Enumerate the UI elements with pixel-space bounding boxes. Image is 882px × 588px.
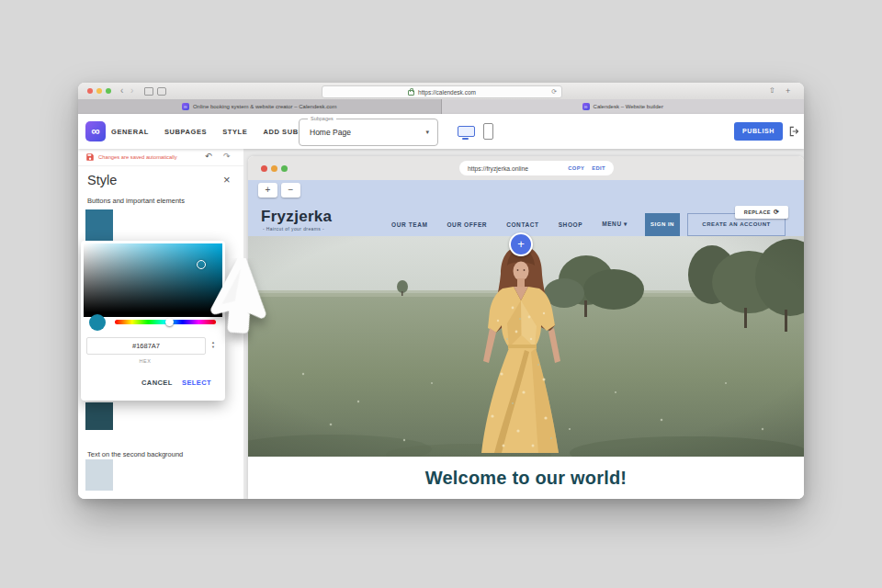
- tab-label: Calendesk – Website builder: [594, 104, 663, 109]
- menu-subpages[interactable]: SUBPAGES: [164, 128, 207, 136]
- replace-button[interactable]: REPLACE ⟳: [735, 206, 788, 219]
- lock-icon: [408, 90, 414, 96]
- tab-calendesk-home[interactable]: ∞ Online booking system & website creato…: [78, 99, 442, 114]
- site-logo[interactable]: Fryzjerka: [261, 208, 332, 226]
- tab-overview-icon[interactable]: [157, 87, 166, 96]
- zoom-out-button[interactable]: −: [281, 183, 300, 198]
- subpages-select[interactable]: Subpages Home Page ▾: [299, 119, 438, 146]
- tab-label: Online booking system & website creator …: [193, 104, 337, 109]
- hex-input[interactable]: #1687A7: [86, 337, 206, 355]
- preview-minimize-dot: [271, 165, 277, 172]
- autosave-bar: Changes are saved automatically ↶ ↷: [78, 149, 243, 166]
- builder-menu: GENERAL SUBPAGES STYLE ADD SUBPAGE: [111, 114, 320, 149]
- hue-slider[interactable]: [115, 320, 216, 324]
- hex-caption: HEX: [86, 358, 204, 364]
- back-icon[interactable]: ‹: [120, 84, 123, 98]
- window-zoom-button[interactable]: [106, 88, 111, 94]
- copy-url-button[interactable]: COPY: [568, 165, 584, 171]
- browser-address-bar[interactable]: https://calendesk.com ⟳: [322, 85, 562, 98]
- primary-color-swatch[interactable]: [85, 209, 113, 243]
- preview-chrome-bar: https://fryzjerka.online COPY EDIT: [248, 156, 804, 180]
- chevron-down-icon: ▾: [425, 119, 429, 145]
- zoom-in-button[interactable]: +: [258, 183, 277, 198]
- cancel-button[interactable]: CANCEL: [141, 379, 173, 387]
- browser-tab-bar: ∞ Online booking system & website creato…: [78, 99, 804, 114]
- close-icon[interactable]: ×: [223, 173, 231, 187]
- site-preview-window: https://fryzjerka.online COPY EDIT + − F…: [248, 156, 804, 499]
- light-color-swatch[interactable]: [85, 459, 113, 491]
- preview-close-dot: [261, 165, 267, 172]
- calendesk-logo: ∞: [85, 121, 106, 141]
- select-button[interactable]: SELECT: [182, 379, 211, 387]
- preview-zoom-dot: [281, 165, 288, 172]
- window-close-button[interactable]: [87, 88, 93, 94]
- panel-title: Style: [87, 173, 117, 187]
- color-selection-ring[interactable]: [197, 260, 206, 269]
- site-navbar: + − Fryzjerka - Haircut of your dreams -…: [248, 180, 804, 236]
- nav-item-our-offer[interactable]: OUR OFFER: [447, 221, 487, 228]
- publish-button[interactable]: PUBLISH: [734, 122, 783, 141]
- preview-url-bar: https://fryzjerka.online COPY EDIT: [459, 161, 614, 175]
- reload-icon[interactable]: ⟳: [551, 86, 557, 97]
- new-tab-icon[interactable]: +: [786, 84, 790, 98]
- nav-item-shoop[interactable]: SHOOP: [559, 221, 582, 228]
- tab-website-builder[interactable]: ∞ Calendesk – Website builder: [442, 99, 805, 114]
- site-nav-links: OUR TEAM OUR OFFER CONTACT SHOOP MENU ▾: [391, 217, 628, 232]
- stepper-down-icon[interactable]: ▼: [209, 345, 218, 349]
- color-picker-dialog: #1687A7 ▲ ▼ HEX CANCEL SELECT: [81, 241, 225, 401]
- nav-menu-label: MENU: [602, 220, 622, 227]
- calendesk-favicon: ∞: [582, 103, 590, 110]
- chevron-down-icon: ▾: [624, 220, 628, 227]
- browser-titlebar: ‹ › https://calendesk.com ⟳ ⇧ +: [78, 83, 804, 100]
- browser-url: https://calendesk.com: [418, 89, 476, 96]
- dark-color-swatch[interactable]: [85, 402, 113, 430]
- mobile-view-toggle[interactable]: [483, 123, 493, 140]
- nav-item-menu[interactable]: MENU ▾: [602, 220, 628, 228]
- exit-builder-icon[interactable]: [788, 125, 801, 138]
- builder-toolbar: ∞ GENERAL SUBPAGES STYLE ADD SUBPAGE Sub…: [78, 114, 804, 149]
- browser-window: ‹ › https://calendesk.com ⟳ ⇧ + ∞ Online…: [78, 83, 804, 499]
- sync-icon: ⟳: [774, 209, 779, 216]
- add-section-button[interactable]: +: [509, 232, 533, 256]
- redo-icon[interactable]: ↷: [223, 152, 231, 161]
- edit-url-button[interactable]: EDIT: [592, 165, 605, 171]
- menu-style[interactable]: STYLE: [222, 128, 247, 136]
- sign-in-button[interactable]: SIGN IN: [645, 213, 680, 236]
- style-panel: Changes are saved automatically ↶ ↷ Styl…: [78, 149, 244, 499]
- screenshot-stage: ‹ › https://calendesk.com ⟳ ⇧ + ∞ Online…: [0, 0, 882, 588]
- second-background-label: Text on the second background: [87, 450, 183, 458]
- saturation-gradient[interactable]: [84, 243, 222, 317]
- hue-slider-handle[interactable]: [165, 318, 174, 326]
- desktop-view-toggle[interactable]: [458, 126, 475, 137]
- nav-item-contact[interactable]: CONTACT: [506, 221, 539, 228]
- undo-icon[interactable]: ↶: [205, 152, 212, 161]
- current-color-preview: [89, 314, 106, 331]
- forward-icon[interactable]: ›: [130, 84, 133, 98]
- autosave-note: Changes are saved automatically: [98, 154, 177, 160]
- hero-photo: [248, 236, 804, 457]
- share-icon[interactable]: ⇧: [769, 84, 775, 98]
- calendesk-favicon: ∞: [182, 103, 189, 110]
- window-minimize-button[interactable]: [96, 88, 102, 94]
- site-headline: Welcome to our world!: [248, 457, 804, 499]
- replace-label: REPLACE: [744, 209, 771, 215]
- preview-url: https://fryzjerka.online: [468, 165, 560, 172]
- sidebar-icon[interactable]: [144, 87, 153, 96]
- subpages-select-value: Home Page: [310, 119, 351, 145]
- site-tagline: - Haircut of your dreams -: [263, 226, 324, 232]
- nav-item-our-team[interactable]: OUR TEAM: [391, 221, 427, 228]
- hex-stepper[interactable]: ▲ ▼: [209, 337, 218, 356]
- save-icon: [85, 153, 95, 162]
- menu-general[interactable]: GENERAL: [111, 128, 149, 136]
- welcome-section: Welcome to our world!: [248, 457, 804, 499]
- section-label: Buttons and important elements: [87, 197, 185, 205]
